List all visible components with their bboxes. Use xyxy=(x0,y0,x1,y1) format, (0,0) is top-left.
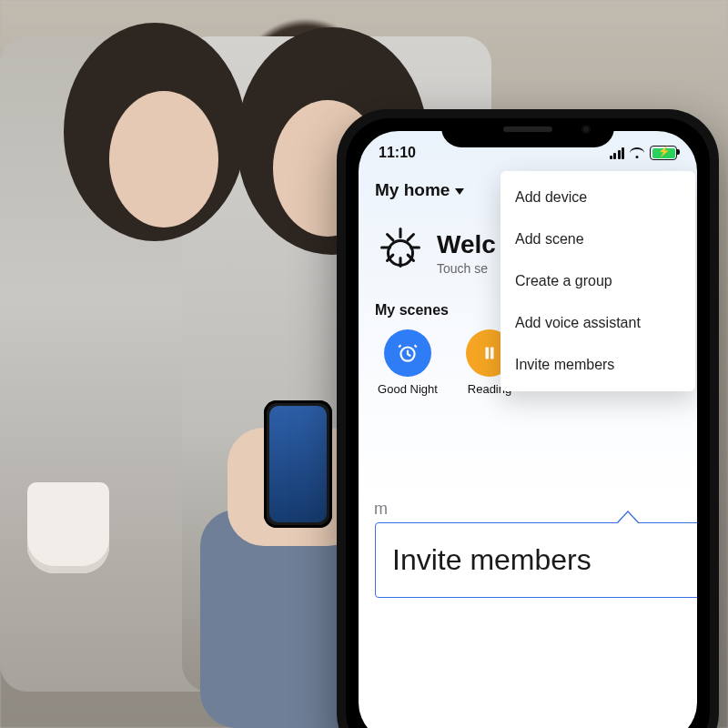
scene-label: Good Night xyxy=(378,382,438,396)
sun-icon xyxy=(375,228,426,278)
home-selector-label: My home xyxy=(375,180,450,200)
menu-item-add-device[interactable]: Add device xyxy=(500,177,695,218)
status-time: 11:10 xyxy=(379,145,416,161)
menu-item-add-voice-assistant[interactable]: Add voice assistant xyxy=(500,302,695,344)
scene-good-night[interactable]: Good Night xyxy=(375,329,440,396)
phone-notch xyxy=(441,118,614,147)
welcome-subtitle: Touch se xyxy=(437,261,496,276)
callout-arrow-icon xyxy=(616,511,640,523)
face-left xyxy=(109,91,218,228)
callout-clipped-text: m xyxy=(374,500,388,519)
menu-item-add-scene[interactable]: Add scene xyxy=(500,218,695,260)
home-selector[interactable]: My home xyxy=(375,180,464,200)
alarm-clock-icon xyxy=(384,329,431,377)
menu-item-invite-members[interactable]: Invite members xyxy=(500,344,695,386)
wifi-icon xyxy=(630,147,644,158)
callout-text: Invite members xyxy=(392,543,689,577)
phone-screen: 11:10 ⚡ My home xyxy=(359,131,697,728)
held-phone xyxy=(264,400,332,528)
chevron-down-icon xyxy=(455,188,464,195)
phone-mockup: 11:10 ⚡ My home xyxy=(337,109,719,728)
add-menu-popover: Add device Add scene Create a group Add … xyxy=(500,171,695,391)
battery-icon: ⚡ xyxy=(650,146,677,160)
svg-rect-3 xyxy=(485,348,489,359)
coffee-mug xyxy=(27,482,109,573)
invite-members-callout: m Invite members xyxy=(375,522,697,598)
svg-rect-4 xyxy=(490,348,494,359)
cellular-signal-icon xyxy=(610,147,625,159)
welcome-title: Welc xyxy=(437,230,496,259)
menu-item-create-group[interactable]: Create a group xyxy=(500,260,695,302)
